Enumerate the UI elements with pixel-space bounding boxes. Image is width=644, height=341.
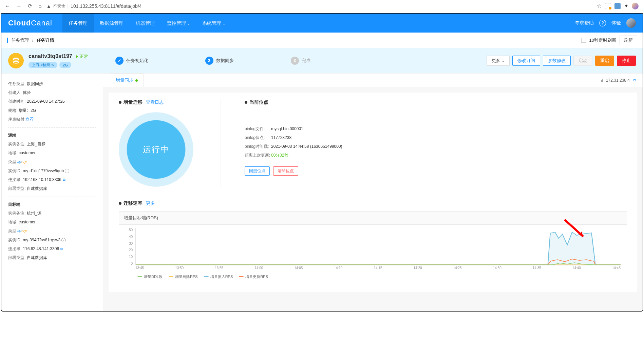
breadcrumb: 任务管理 / 任务详情 (11, 37, 54, 43)
step-3-icon: 3 (291, 57, 299, 65)
legend-update[interactable]: 增量更新RPS (239, 274, 268, 279)
tag-spec[interactable]: 2G (59, 62, 71, 68)
user-label[interactable]: 体验 (611, 20, 621, 26)
chevron-down-icon: ⌄ (502, 59, 505, 63)
chart-x-axis: 13:45 13:50 13:55 14:00 14:05 14:10 14:1… (135, 266, 621, 272)
help-icon[interactable]: ? (599, 20, 606, 26)
legend-delete[interactable]: 增量删除RPS (169, 274, 198, 279)
app-header: CloudCanal 任务管理 数据源管理 机器管理 监控管理⌄ 系统管理⌄ 寻… (1, 14, 643, 33)
status-dot-icon (135, 79, 138, 82)
info-icon[interactable]: i (65, 169, 69, 173)
more-button[interactable]: 更多 ⌄ (487, 56, 510, 66)
info-icon[interactable]: i (61, 238, 66, 242)
step-1-icon: ✓ (115, 57, 124, 65)
step-2-icon: 2 (205, 57, 213, 65)
insecure-icon: ▲ (46, 3, 51, 9)
step-3-label: 完成 (302, 58, 310, 64)
job-type-icon (8, 53, 24, 68)
nav-system[interactable]: 系统管理⌄ (196, 14, 231, 33)
help-link[interactable]: 寻求帮助 (575, 20, 594, 26)
legend-ddl[interactable]: 增量DDL数 (137, 274, 163, 279)
job-banner: canaltv3tq0st197 正常 上海->杭州✎ 2G ✓ 任务初始化 2… (1, 48, 643, 74)
restart-button[interactable]: 重启 (595, 56, 614, 66)
rate-panel-title: 迁移速率 更多 (119, 200, 627, 206)
chevron-down-icon: ⌄ (187, 22, 190, 25)
user-avatar[interactable] (626, 18, 636, 28)
extension-icon-1[interactable] (605, 3, 611, 9)
stop-button[interactable]: 停止 (617, 56, 636, 66)
server-ip: 172.31.238.4 (606, 78, 630, 83)
breadcrumb-accent (7, 38, 8, 43)
step-1-label: 任务初始化 (126, 58, 148, 64)
clear-position-button[interactable]: 清除位点 (273, 166, 298, 176)
position-panel-title: 当前位点 (245, 99, 342, 105)
chart-legend: 增量DDL数 增量删除RPS 增量插入RPS 增量更新RPS (124, 272, 622, 283)
breadcrumb-root[interactable]: 任务管理 (11, 38, 29, 43)
source-heading: 源端 (8, 133, 96, 138)
insecure-label: 不安全 (53, 3, 65, 9)
breadcrumb-row: 任务管理 / 任务详情 10秒定时刷新 刷新 (1, 33, 643, 48)
browser-url-bar[interactable]: ▲ 不安全 | 101.132.255.43:8111/#/data/job/4 (46, 3, 593, 9)
start-button: 启动 (573, 56, 592, 66)
browser-reload-icon[interactable]: ⟳ (26, 2, 34, 10)
browser-toolbar: ← → ⟳ ⌂ ▲ 不安全 | 101.132.255.43:8111/#/da… (0, 0, 644, 12)
copy-icon[interactable]: ⧉ (60, 247, 63, 251)
play-icon (76, 55, 78, 58)
main-nav: 任务管理 数据源管理 机器管理 监控管理⌄ 系统管理⌄ (62, 14, 231, 33)
rate-more-link[interactable]: 更多 (146, 200, 155, 206)
job-sidebar: 任务类型:数据同步 创建人:体验 创建时间:2021-09-03 14:27:2… (1, 74, 103, 311)
extension-icon-2[interactable] (614, 3, 621, 9)
migrate-panel-title: 增量迁移 查看日志 (119, 99, 207, 105)
view-log-link[interactable]: 查看日志 (146, 99, 164, 105)
browser-forward-icon[interactable]: → (15, 2, 23, 10)
browser-home-icon[interactable]: ⌂ (37, 2, 43, 10)
edit-icon: ✎ (51, 63, 54, 67)
chart-title: 增量目标端(RDB) (119, 212, 627, 225)
edit-params-button[interactable]: 参数修改 (543, 56, 571, 66)
url-text: 101.132.255.43:8111/#/data/job/4 (71, 3, 141, 9)
view-mapping-link[interactable]: 查看 (25, 117, 34, 122)
rate-chart: 增量目标端(RDB) 50 40 30 20 10 0 (119, 211, 627, 285)
extensions-icon[interactable]: ✦ (624, 3, 628, 9)
running-status-circle: 运行中 (119, 112, 193, 187)
browser-back-icon[interactable]: ← (3, 2, 12, 10)
auto-refresh-label: 10秒定时刷新 (589, 37, 616, 43)
nav-datasource[interactable]: 数据源管理 (94, 14, 130, 33)
target-heading: 目标端 (8, 202, 96, 207)
job-name: canaltv3tq0st197 (29, 53, 72, 59)
bookmark-icon[interactable]: ☆ (597, 3, 602, 9)
nav-job[interactable]: 任务管理 (62, 14, 94, 33)
rollback-position-button[interactable]: 回溯位点 (245, 166, 270, 176)
browser-profile-avatar[interactable] (632, 3, 639, 9)
breadcrumb-current: 任务详情 (37, 38, 54, 43)
tab-bar: 增量同步 🖥 172.31.238.4 ⧉ (103, 74, 643, 87)
auto-refresh-checkbox[interactable] (581, 38, 586, 43)
copy-icon[interactable]: ⧉ (633, 78, 636, 82)
nav-monitor[interactable]: 监控管理⌄ (161, 14, 196, 33)
refresh-button[interactable]: 刷新 (620, 36, 637, 45)
tag-route[interactable]: 上海->杭州✎ (29, 62, 57, 68)
step-2-label: 数据同步 (216, 58, 234, 64)
job-status: 正常 (76, 54, 88, 60)
chevron-down-icon: ⌄ (223, 22, 225, 25)
server-icon: 🖥 (600, 78, 604, 83)
chart-y-axis: 50 40 30 20 10 0 (124, 228, 134, 265)
job-steps: ✓ 任务初始化 2 数据同步 3 完成 (115, 57, 487, 65)
app-logo[interactable]: CloudCanal (8, 19, 52, 27)
legend-insert[interactable]: 增量插入RPS (204, 274, 233, 279)
copy-icon[interactable]: ⧉ (63, 178, 65, 182)
mysql-icon: MySQL (17, 229, 28, 234)
tab-incremental[interactable]: 增量同步 (110, 74, 144, 87)
chart-plot-area (135, 228, 621, 265)
main-content: 增量同步 🖥 172.31.238.4 ⧉ 增量迁移 查看日志 运行中 (103, 74, 643, 311)
nav-machine[interactable]: 机器管理 (130, 14, 161, 33)
mysql-icon: MySQL (17, 160, 28, 164)
edit-subscription-button[interactable]: 修改订阅 (512, 56, 540, 66)
